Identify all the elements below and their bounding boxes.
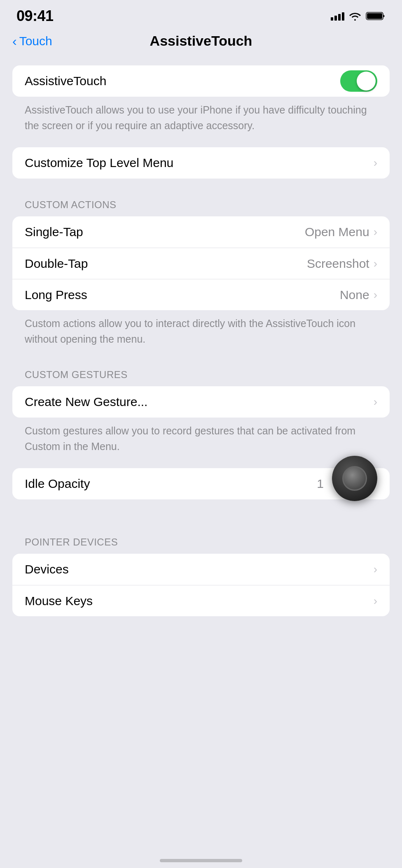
long-press-row[interactable]: Long Press None › <box>12 279 390 310</box>
status-icons <box>331 11 386 21</box>
status-bar: 09:41 <box>0 0 402 29</box>
custom-actions-header: CUSTOM ACTIONS <box>12 199 390 211</box>
home-indicator <box>160 859 242 862</box>
create-gesture-label: Create New Gesture... <box>25 395 147 409</box>
double-tap-value-container: Screenshot › <box>307 257 377 271</box>
custom-actions-description: Custom actions allow you to interact dir… <box>12 310 390 353</box>
assistive-touch-toggle-row[interactable]: AssistiveTouch <box>12 65 390 97</box>
single-tap-label: Single-Tap <box>25 225 83 239</box>
devices-row[interactable]: Devices › <box>12 554 390 585</box>
back-chevron-icon: ‹ <box>12 35 17 48</box>
devices-label: Devices <box>25 562 69 576</box>
assistive-touch-description: AssistiveTouch allows you to use your iP… <box>12 97 390 139</box>
idle-opacity-label: Idle Opacity <box>25 477 90 491</box>
wifi-icon <box>349 12 361 21</box>
double-tap-label: Double-Tap <box>25 257 88 271</box>
assistive-touch-toggle[interactable] <box>340 70 377 92</box>
mouse-keys-chevron-icon: › <box>374 594 377 608</box>
single-tap-value: Open Menu <box>305 225 369 239</box>
assistive-touch-float-button[interactable] <box>332 456 377 501</box>
assistive-touch-float-inner <box>342 466 367 491</box>
customize-menu-row[interactable]: Customize Top Level Menu › <box>12 147 390 179</box>
assistive-touch-label: AssistiveTouch <box>25 74 106 88</box>
single-tap-chevron-icon: › <box>374 225 377 239</box>
long-press-value: None <box>340 288 369 302</box>
signal-icon <box>331 12 344 21</box>
page-title: AssistiveTouch <box>150 33 252 49</box>
create-gesture-chevron-icon: › <box>374 395 377 408</box>
customize-menu-card: Customize Top Level Menu › <box>12 147 390 179</box>
custom-gestures-header: CUSTOM GESTURES <box>12 369 390 381</box>
idle-opacity-container: Idle Opacity 1 <box>12 468 390 499</box>
devices-chevron-icon: › <box>374 563 377 576</box>
back-button[interactable]: ‹ Touch <box>12 34 52 48</box>
battery-icon <box>366 11 386 21</box>
mouse-keys-label: Mouse Keys <box>25 594 93 608</box>
long-press-value-container: None › <box>340 288 377 302</box>
pointer-devices-header: POINTER DEVICES <box>12 536 390 548</box>
custom-actions-card: Single-Tap Open Menu › Double-Tap Screen… <box>12 216 390 310</box>
single-tap-row[interactable]: Single-Tap Open Menu › <box>12 216 390 248</box>
mouse-keys-row[interactable]: Mouse Keys › <box>12 585 390 616</box>
double-tap-value: Screenshot <box>307 257 369 271</box>
create-gesture-row[interactable]: Create New Gesture... › <box>12 386 390 418</box>
custom-gestures-description: Custom gestures allow you to record gest… <box>12 418 390 460</box>
toggle-thumb <box>357 72 376 91</box>
custom-gestures-card: Create New Gesture... › <box>12 386 390 418</box>
long-press-chevron-icon: › <box>374 288 377 302</box>
customize-menu-chevron-icon: › <box>374 156 377 169</box>
svg-rect-1 <box>367 13 382 19</box>
nav-bar: ‹ Touch AssistiveTouch <box>0 29 402 57</box>
idle-opacity-value: 1 <box>317 477 324 491</box>
back-label: Touch <box>19 34 52 48</box>
customize-menu-label: Customize Top Level Menu <box>25 156 173 170</box>
pointer-devices-card: Devices › Mouse Keys › <box>12 554 390 616</box>
content-area: AssistiveTouch AssistiveTouch allows you… <box>0 57 402 666</box>
long-press-label: Long Press <box>25 288 87 302</box>
status-time: 09:41 <box>16 7 54 25</box>
double-tap-row[interactable]: Double-Tap Screenshot › <box>12 248 390 279</box>
single-tap-value-container: Open Menu › <box>305 225 377 239</box>
assistive-touch-toggle-card: AssistiveTouch <box>12 65 390 97</box>
double-tap-chevron-icon: › <box>374 257 377 270</box>
